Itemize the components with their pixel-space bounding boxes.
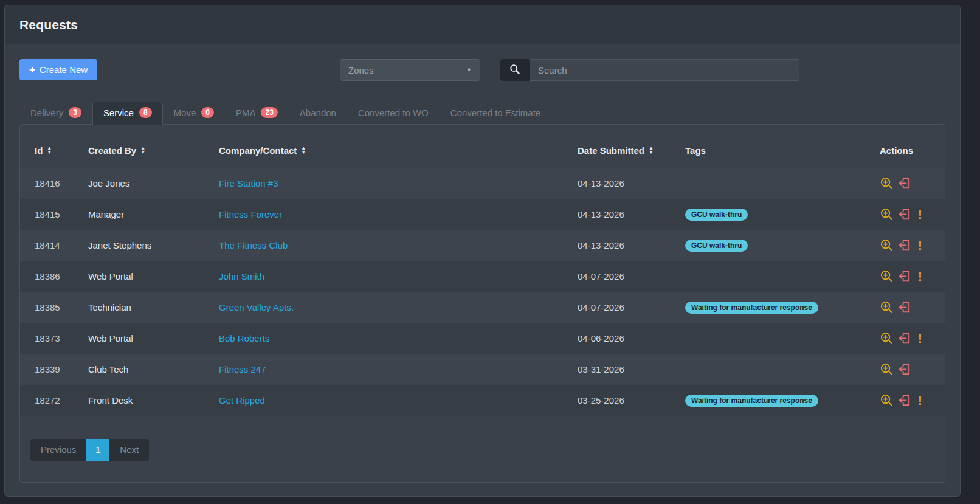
pagination-previous-button[interactable]: Previous xyxy=(30,439,86,461)
zoom-in-icon[interactable] xyxy=(880,176,894,190)
cell-company: John Smith xyxy=(204,261,563,292)
sort-icon: ▲▼ xyxy=(47,147,52,154)
column-header-date-submitted[interactable]: Date Submitted▲▼ xyxy=(563,125,671,168)
cell-actions xyxy=(865,354,945,385)
zoom-in-icon[interactable] xyxy=(880,238,894,252)
cell-created-by: Web Portal xyxy=(74,323,204,354)
tag-pill: Waiting for manufacturer response xyxy=(685,302,818,314)
cell-created-by: Web Portal xyxy=(74,261,204,292)
zones-dropdown[interactable]: Zones ▼ xyxy=(340,59,480,81)
cell-date-submitted: 04-06-2026 xyxy=(563,323,671,354)
tab-label: Converted to WO xyxy=(358,108,429,118)
cell-date-submitted: 04-13-2026 xyxy=(563,199,671,230)
zoom-in-icon[interactable] xyxy=(880,362,894,376)
company-contact-link[interactable]: Fitness 247 xyxy=(219,364,266,375)
tab-label: Service xyxy=(103,108,134,118)
search-button[interactable] xyxy=(500,59,530,81)
company-contact-link[interactable]: Fitness Forever xyxy=(219,209,282,219)
cell-created-by: Club Tech xyxy=(74,354,204,385)
company-contact-link[interactable]: Fire Station #3 xyxy=(219,178,278,188)
zoom-in-icon[interactable] xyxy=(880,393,894,407)
panel-body: + Create New Zones ▼ Delivery 3 Service xyxy=(5,44,960,497)
company-contact-link[interactable]: John Smith xyxy=(219,271,264,281)
company-contact-link[interactable]: Get Ripped xyxy=(219,395,265,406)
sign-out-icon[interactable] xyxy=(897,393,911,407)
column-header-company-contact[interactable]: Company/Contact▲▼ xyxy=(204,125,563,168)
alert-exclamation-icon: ! xyxy=(918,271,922,283)
cell-created-by: Manager xyxy=(74,199,204,230)
sign-out-icon[interactable] xyxy=(897,300,911,314)
table-header-row: Id▲▼Created By▲▼Company/Contact▲▼Date Su… xyxy=(20,125,945,168)
cell-tags xyxy=(671,168,865,199)
column-label: Company/Contact xyxy=(219,145,297,156)
cell-actions: ! xyxy=(865,199,945,230)
company-contact-link[interactable]: Green Valley Apts. xyxy=(219,302,294,312)
tag-pill: GCU walk-thru xyxy=(685,240,748,252)
zoom-in-icon[interactable] xyxy=(880,300,894,314)
tabs: Delivery 3 Service 8 Move 0 PMA 23 Aband… xyxy=(19,102,945,124)
tab-pma[interactable]: PMA 23 xyxy=(225,102,289,124)
cell-id: 18414 xyxy=(20,230,74,261)
sign-out-icon[interactable] xyxy=(897,269,911,283)
cell-company: Bob Roberts xyxy=(204,323,563,354)
company-contact-link[interactable]: Bob Roberts xyxy=(219,333,269,343)
tab-delivery[interactable]: Delivery 3 xyxy=(19,102,92,124)
pagination-next-button[interactable]: Next xyxy=(109,439,149,461)
cell-created-by: Joe Jones xyxy=(74,168,204,199)
sign-out-icon[interactable] xyxy=(897,362,911,376)
cell-id: 18373 xyxy=(20,323,74,354)
cell-tags xyxy=(671,261,865,292)
tab-label: Abandon xyxy=(300,108,336,118)
table-row: 18415 Manager Fitness Forever 04-13-2026… xyxy=(20,199,945,230)
sign-out-icon[interactable] xyxy=(897,238,911,252)
column-label: Created By xyxy=(88,145,136,156)
tab-abandon[interactable]: Abandon xyxy=(289,102,347,124)
cell-actions: ! xyxy=(865,323,945,354)
company-contact-link[interactable]: The Fitness Club xyxy=(219,240,288,250)
cell-company: Fire Station #3 xyxy=(204,168,563,199)
column-header-created-by[interactable]: Created By▲▼ xyxy=(74,125,204,168)
cell-created-by: Janet Stephens xyxy=(74,230,204,261)
tab-label: Move xyxy=(174,108,196,118)
sign-out-icon[interactable] xyxy=(897,331,911,345)
cell-company: Green Valley Apts. xyxy=(204,292,563,323)
cell-actions: ! xyxy=(865,385,945,416)
create-new-button[interactable]: + Create New xyxy=(19,59,97,80)
cell-tags xyxy=(671,323,865,354)
tab-converted-to-wo[interactable]: Converted to WO xyxy=(347,102,440,124)
tab-count-badge: 23 xyxy=(261,107,277,118)
tab-converted-to-estimate[interactable]: Converted to Estimate xyxy=(440,102,551,124)
tab-label: Delivery xyxy=(30,108,63,118)
table-row: 18416 Joe Jones Fire Station #3 04-13-20… xyxy=(20,168,945,199)
column-header-actions: Actions xyxy=(865,125,945,168)
sign-out-icon[interactable] xyxy=(897,207,911,221)
alert-exclamation-icon: ! xyxy=(918,240,922,252)
column-label: Tags xyxy=(685,145,706,156)
pagination: Previous 1 Next xyxy=(30,439,149,461)
zoom-in-icon[interactable] xyxy=(880,207,894,221)
tab-label: PMA xyxy=(236,108,256,118)
plus-icon: + xyxy=(29,64,35,75)
cell-date-submitted: 03-31-2026 xyxy=(563,354,671,385)
requests-table: Id▲▼Created By▲▼Company/Contact▲▼Date Su… xyxy=(20,125,945,416)
tab-move[interactable]: Move 0 xyxy=(163,102,225,124)
zoom-in-icon[interactable] xyxy=(880,269,894,283)
search-group xyxy=(500,59,799,81)
requests-panel: Requests + Create New Zones ▼ Deliver xyxy=(4,5,961,497)
column-header-id[interactable]: Id▲▼ xyxy=(20,125,74,168)
cell-company: Get Ripped xyxy=(204,385,563,416)
sign-out-icon[interactable] xyxy=(897,176,911,190)
cell-created-by: Front Desk xyxy=(74,385,204,416)
tab-service[interactable]: Service 8 xyxy=(92,102,163,125)
cell-tags: GCU walk-thru xyxy=(671,230,865,261)
cell-id: 18272 xyxy=(20,385,74,416)
pagination-page-1-button[interactable]: 1 xyxy=(86,439,109,461)
zones-dropdown-label: Zones xyxy=(348,65,374,75)
table-row: 18385 Technician Green Valley Apts. 04-0… xyxy=(20,292,945,323)
search-input[interactable] xyxy=(530,59,799,81)
cell-id: 18415 xyxy=(20,199,74,230)
alert-exclamation-icon: ! xyxy=(918,333,922,345)
sort-icon: ▲▼ xyxy=(140,147,145,154)
cell-id: 18339 xyxy=(20,354,74,385)
zoom-in-icon[interactable] xyxy=(880,331,894,345)
